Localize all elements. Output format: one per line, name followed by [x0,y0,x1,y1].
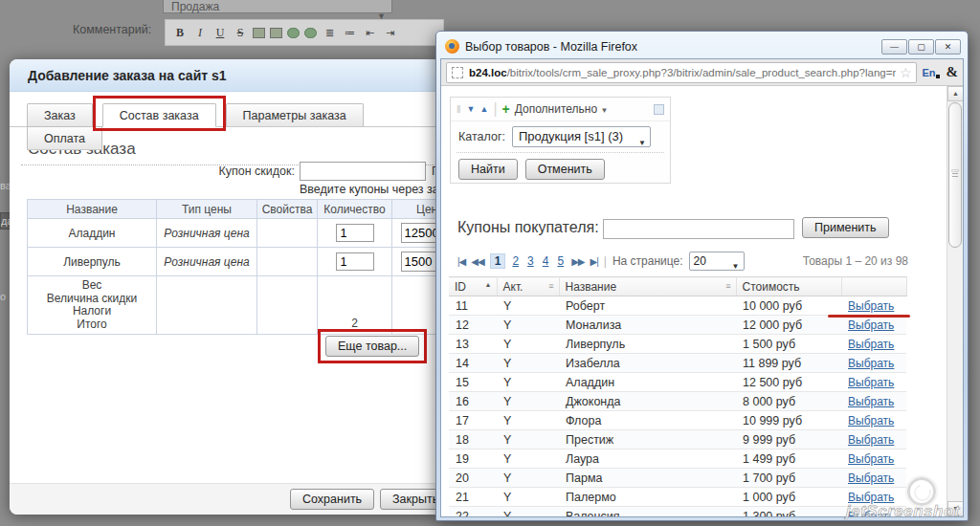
bold-icon[interactable]: B [172,26,188,40]
scrollbar[interactable]: ▲ ▼ [947,86,963,516]
filter-panel: ‖ ▼ ▲ | + Дополнительно ▼ Каталог: Проду… [450,97,671,184]
page-link-1[interactable]: 1 [490,253,506,269]
item-price-cell [392,219,437,248]
item-price-type: Розничная цена [157,248,257,276]
price-input[interactable] [401,252,437,272]
indent-icon[interactable]: ⇥ [382,27,397,39]
maximize-button[interactable]: ▢ [908,39,934,55]
firefox-titlebar[interactable]: Выбор товаров - Mozilla Firefox — ▢ ✕ [440,34,964,58]
product-name: Джоконда [559,392,736,411]
page-link-4[interactable]: 4 [541,254,551,268]
select-product-link[interactable]: Выбрать [848,318,894,332]
product-active: Y [497,469,559,488]
keyboard-layout-indicator[interactable]: En [922,67,935,78]
sale-type-dropdown[interactable]: Продажа ▼ [163,0,392,13]
italic-icon[interactable]: I [192,26,208,40]
link-icon[interactable] [287,28,300,38]
select-product-link[interactable]: Выбрать [848,357,894,370]
page-link-2[interactable]: 2 [510,254,521,268]
grid-col-active[interactable]: Акт.≡ [497,277,559,296]
product-id: 14 [449,354,497,373]
last-page-icon[interactable]: ▶| [590,256,598,267]
qty-input[interactable] [336,252,374,271]
bullet-list-icon[interactable]: ≔ [342,27,357,39]
coupon-input[interactable] [300,162,426,181]
product-id: 19 [449,449,497,469]
order-tabs: ЗаказСостав заказаПараметры заказаОплата [10,103,436,127]
tab-Заказ[interactable]: Заказ [27,103,93,127]
product-row: 16YДжоконда8 000 рубВыбрать [449,392,906,411]
red-underline-annotation [828,315,910,318]
font-icon[interactable] [270,28,282,38]
dialog-title: Добавление заказа на сайт s1 [10,59,436,92]
pagination: |◀ ◀◀ 12345 ▶▶ ▶| | На странице: 20▼ Тов… [457,252,908,271]
cancel-button[interactable]: Отменить [525,159,605,180]
product-row: 15YАладдин12 500 рубВыбрать [449,373,906,392]
coupon-label: Купон скидок: [144,164,295,178]
next-page-icon[interactable]: ▶▶ [571,256,584,267]
strikethrough-icon[interactable]: S [233,26,248,40]
firefox-icon [445,39,459,54]
scroll-up-icon[interactable]: ▲ [947,86,963,101]
ampersand-icon[interactable]: & [947,64,959,80]
image-icon[interactable] [253,28,265,38]
grid-col-name[interactable]: Название≡ [559,277,736,296]
apply-button[interactable]: Применить [802,217,889,238]
select-product-link[interactable]: Выбрать [848,299,894,313]
select-product-link[interactable]: Выбрать [848,471,894,485]
expand-icon[interactable]: ▲ [479,104,488,114]
select-product-link[interactable]: Выбрать [848,338,894,351]
outdent-icon[interactable]: ⇤ [362,27,377,39]
unlink-icon[interactable] [304,28,317,38]
page-link-5[interactable]: 5 [555,254,566,268]
divider [457,152,664,153]
bookmark-star-icon[interactable]: ☆ [900,65,912,80]
price-input[interactable] [401,223,437,243]
add-filter-icon[interactable]: + [502,101,510,117]
catalog-select[interactable]: Продукция [s1] (3)▼ [512,126,651,147]
tab-Параметры заказа[interactable]: Параметры заказа [226,103,364,127]
item-props [257,219,318,248]
select-product-link[interactable]: Выбрать [848,452,894,466]
prev-page-icon[interactable]: ◀◀ [471,256,483,267]
product-name: Престиж [559,430,736,449]
product-select-cell: Выбрать [841,316,906,335]
select-product-link[interactable]: Выбрать [848,395,894,408]
screenshot-stage: Продажа ▼ Комментарий: BIUS≣≔⇤⇥ вадао До… [0,0,980,526]
grid-col-id[interactable]: ID▲ [449,277,497,296]
select-product-link[interactable]: Выбрать [848,376,894,389]
find-button[interactable]: Найти [458,159,518,180]
coupons-input[interactable] [603,219,794,239]
minimize-button[interactable]: — [881,39,907,55]
filter-settings-icon[interactable] [654,104,664,115]
product-row: 20YПарма1 700 рубВыбрать [449,469,906,488]
scrollbar-thumb[interactable] [948,102,962,248]
save-button[interactable]: Сохранить [290,489,374,510]
tab-Оплата[interactable]: Оплата [27,126,102,150]
select-product-link[interactable]: Выбрать [848,433,894,447]
close-button[interactable]: Закрыть [380,489,436,510]
more-filter-link[interactable]: Дополнительно ▼ [515,102,609,116]
qty-input[interactable] [336,224,374,242]
product-price: 9 999 руб [736,430,841,449]
collapse-icon[interactable]: ▼ [467,104,476,114]
close-window-button[interactable]: ✕ [935,39,961,55]
grid-col-price[interactable]: Стоимость [736,277,841,296]
drag-grip-icon[interactable]: ‖ [457,103,462,115]
first-page-icon[interactable]: |◀ [457,256,465,267]
product-price: 12 000 руб [736,316,841,335]
address-bar[interactable]: b24.loc/bitrix/tools/crm_sale_proxy.php?… [446,62,917,83]
per-page-select[interactable]: 20▼ [689,252,745,271]
favicon-placeholder-icon [452,67,463,78]
product-id: 12 [449,316,497,335]
select-product-link[interactable]: Выбрать [848,414,894,427]
tab-Состав заказа[interactable]: Состав заказа [102,103,216,127]
product-price: 8 000 руб [736,392,841,411]
numbered-list-icon[interactable]: ≣ [322,27,337,39]
page-content: ‖ ▼ ▲ | + Дополнительно ▼ Каталог: Проду… [441,86,963,516]
more-product-button[interactable]: Еще товар... [325,336,419,357]
coupon-hint: Введите купоны через зап [300,183,436,196]
underline-icon[interactable]: U [212,26,228,40]
page-link-3[interactable]: 3 [525,254,536,268]
dialog-footer: Сохранить Закрыть [10,483,436,515]
